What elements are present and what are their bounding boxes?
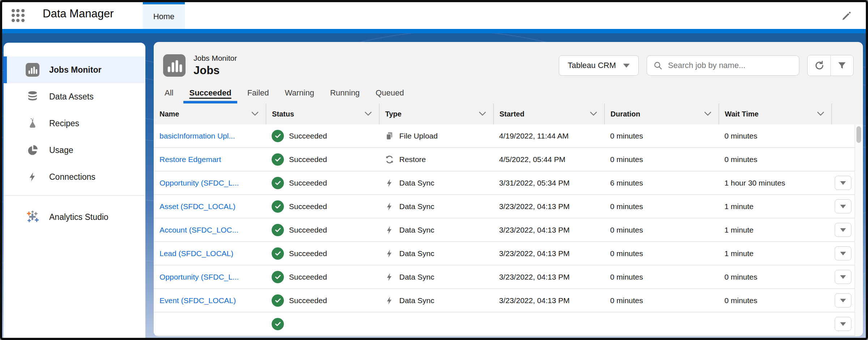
column-menu-button[interactable]: [817, 111, 824, 117]
type-label: Data Sync: [399, 202, 434, 211]
database-icon: [25, 89, 40, 104]
cell-name: Account (SFDC_LOC...: [154, 226, 266, 234]
sidebar-item-connections[interactable]: Connections: [4, 163, 145, 190]
job-name-link[interactable]: Opportunity (SFDC_L...: [159, 273, 239, 281]
success-check-icon: [272, 247, 284, 260]
flask-icon: [25, 116, 40, 131]
triangle-down-icon: [840, 322, 846, 326]
cell-wait-time: 1 minute: [719, 202, 831, 211]
cell-actions: [831, 223, 855, 237]
job-name-link[interactable]: Asset (SFDC_LOCAL): [159, 202, 235, 211]
app-launcher-icon[interactable]: [12, 9, 25, 22]
scrollbar-track[interactable]: [855, 124, 863, 336]
type-label: Restore: [399, 155, 426, 164]
column-header-duration[interactable]: Duration: [604, 103, 719, 124]
triangle-down-icon: [840, 299, 846, 302]
cell-status: Succeeded: [266, 271, 379, 283]
sidebar-item-usage[interactable]: Usage: [4, 137, 145, 163]
column-header-type[interactable]: Type: [379, 103, 493, 124]
job-name-link[interactable]: Opportunity (SFDC_L...: [159, 179, 239, 187]
column-header-wait-time[interactable]: Wait Time: [719, 103, 831, 124]
tab-queued[interactable]: Queued: [376, 88, 404, 103]
search-input[interactable]: [647, 55, 799, 76]
table-row: Opportunity (SFDC_L...SucceededData Sync…: [154, 265, 855, 289]
job-name-link[interactable]: Lead (SFDC_LOCAL): [159, 249, 233, 258]
cell-actions: [831, 317, 855, 331]
tab-failed[interactable]: Failed: [247, 88, 269, 103]
column-header-name[interactable]: Name: [154, 103, 266, 124]
cell-status: Succeeded: [266, 224, 379, 236]
global-header: Data Manager Home: [2, 2, 866, 29]
table-row: Asset (SFDC_LOCAL)SucceededData Sync3/23…: [154, 195, 855, 218]
table-row: Opportunity (SFDC_L...SucceededData Sync…: [154, 171, 855, 195]
cell-actions: [831, 176, 855, 190]
row-actions-dropdown-button[interactable]: [835, 199, 851, 213]
table-row: Account (SFDC_LOC...SucceededData Sync3/…: [154, 218, 855, 242]
app-selector-dropdown[interactable]: Tableau CRM: [559, 55, 639, 76]
edit-pencil-icon[interactable]: [841, 10, 852, 21]
column-menu-button[interactable]: [365, 111, 372, 117]
column-label: Wait Time: [725, 110, 758, 118]
tab-warning[interactable]: Warning: [285, 88, 314, 103]
sidebar-item-label: Connections: [49, 172, 95, 182]
cell-wait-time: 1 minute: [719, 249, 831, 258]
column-menu-button[interactable]: [251, 111, 259, 117]
table-row: Restore EdgemartSucceededRestore4/5/2022…: [154, 148, 855, 171]
sidebar-item-data-assets[interactable]: Data Assets: [4, 83, 145, 110]
lightning-icon: [385, 202, 394, 211]
filter-button[interactable]: [830, 55, 853, 76]
row-actions-dropdown-button[interactable]: [835, 176, 851, 190]
tab-succeeded[interactable]: Succeeded: [189, 88, 231, 103]
column-menu-button[interactable]: [479, 111, 486, 117]
job-name-link[interactable]: Event (SFDC_LOCAL): [159, 296, 236, 305]
triangle-down-icon: [840, 181, 846, 185]
page-title: Jobs: [193, 64, 237, 77]
cell-status: Succeeded: [266, 177, 379, 189]
cell-name: Lead (SFDC_LOCAL): [154, 249, 266, 258]
lightning-icon: [385, 272, 394, 282]
sidebar-item-label: Data Assets: [49, 92, 94, 102]
column-menu-button[interactable]: [704, 111, 711, 117]
tab-running[interactable]: Running: [330, 88, 360, 103]
table-row: [154, 313, 855, 336]
row-actions-dropdown-button[interactable]: [835, 223, 851, 237]
sidebar-item-analytics-studio[interactable]: Analytics Studio: [4, 204, 145, 230]
status-tabs: AllSucceededFailedWarningRunningQueued: [154, 83, 863, 103]
row-actions-dropdown-button[interactable]: [835, 246, 851, 260]
sidebar-item-recipes[interactable]: Recipes: [4, 110, 145, 137]
cell-name: Opportunity (SFDC_L...: [154, 179, 266, 187]
cell-started: 4/19/2022, 11:44 AM: [493, 132, 604, 140]
job-name-link[interactable]: basicInformation Upl...: [159, 132, 235, 140]
jobs-monitor-icon: [163, 54, 186, 77]
refresh-button[interactable]: [808, 55, 830, 76]
row-actions-dropdown-button[interactable]: [835, 293, 851, 307]
cell-duration: 0 minutes: [604, 202, 719, 211]
tab-home-label: Home: [153, 12, 175, 21]
row-actions-dropdown-button[interactable]: [835, 317, 851, 331]
triangle-down-icon: [840, 228, 846, 232]
success-check-icon: [272, 130, 284, 142]
cell-duration: 6 minutes: [604, 179, 719, 187]
success-check-icon: [272, 271, 284, 283]
tab-home[interactable]: Home: [143, 2, 185, 29]
cell-type: Data Sync: [379, 202, 493, 211]
page-subtitle: Jobs Monitor: [193, 54, 237, 63]
cell-wait-time: 0 minutes: [719, 155, 831, 164]
workspace-background: Jobs MonitorData AssetsRecipesUsageConne…: [2, 33, 866, 338]
success-check-icon: [272, 200, 284, 213]
job-name-link[interactable]: Account (SFDC_LOC...: [159, 226, 238, 234]
column-menu-button[interactable]: [590, 111, 597, 117]
cell-status: [266, 318, 379, 330]
row-actions-dropdown-button[interactable]: [835, 270, 851, 284]
cell-duration: 0 minutes: [604, 132, 719, 140]
job-name-link[interactable]: Restore Edgemart: [159, 155, 221, 164]
chevron-down-icon: [623, 64, 630, 68]
scrollbar-thumb[interactable]: [856, 126, 861, 143]
header-controls: Tableau CRM: [559, 55, 854, 76]
success-check-icon: [272, 318, 284, 330]
sidebar-item-jobs-monitor[interactable]: Jobs Monitor: [4, 56, 145, 83]
column-header-status[interactable]: Status: [266, 103, 379, 124]
tab-all[interactable]: All: [165, 88, 173, 103]
success-check-icon: [272, 294, 284, 307]
column-header-started[interactable]: Started: [493, 103, 604, 124]
